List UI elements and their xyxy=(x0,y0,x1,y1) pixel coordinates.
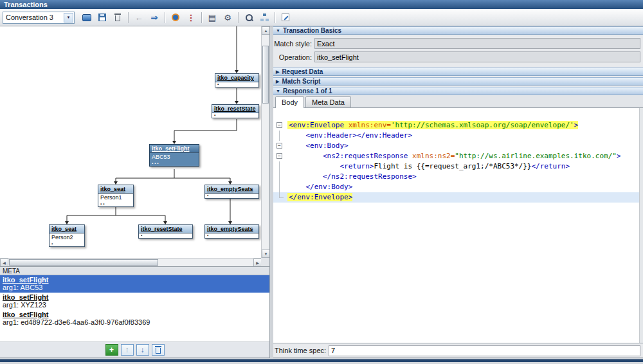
layers-button[interactable]: ▤ xyxy=(205,11,219,24)
node-dots: ▪▪ xyxy=(98,202,133,206)
graph-horizontal-scrollbar[interactable]: ◀ ▶ xyxy=(0,258,262,266)
section-transaction-basics[interactable]: ▼ Transaction Basics xyxy=(273,26,643,35)
transaction-detail-panel: ▼ Transaction Basics Match style: Operat… xyxy=(273,26,643,358)
gear-icon: ⚙ xyxy=(224,13,231,23)
toolbar-separator xyxy=(128,12,129,23)
diagram-node-resetstate2[interactable]: itko_resetState ▪ xyxy=(138,224,193,239)
forward-button[interactable]: ⇒ xyxy=(147,11,161,24)
code-text: </env:Envelope> xyxy=(287,193,352,201)
back-arrow-icon: ← xyxy=(135,13,143,23)
section-title: Match Script xyxy=(282,78,320,85)
match-style-row: Match style: xyxy=(273,37,643,50)
window-title: Transactions xyxy=(4,1,48,8)
meta-toolbar: + ↑ ↓ xyxy=(0,341,269,358)
node-dots: ▪ xyxy=(139,233,192,238)
diagram-node-seat2[interactable]: itko_seat Person2 ▪ xyxy=(49,224,85,247)
graph-connectors xyxy=(0,26,262,258)
conversation-select-value: Conversation 3 xyxy=(6,14,53,21)
fold-toggle-icon[interactable]: − xyxy=(273,151,287,161)
delete-button[interactable] xyxy=(111,11,125,24)
code-line[interactable]: − <env:Body> xyxy=(273,141,643,151)
scroll-left-icon[interactable]: ◀ xyxy=(0,259,8,266)
think-time-label: Think time spec: xyxy=(275,347,329,354)
transaction-list-item[interactable]: itko_setFlight arg1: ed489722-d3e6-4aa6-… xyxy=(0,310,269,327)
monitor-button[interactable] xyxy=(80,11,94,24)
tab-body[interactable]: Body xyxy=(275,96,304,108)
diagram-node-resetstate[interactable]: itko_resetState ▪ xyxy=(212,104,259,118)
meta-title: META xyxy=(3,268,20,275)
collapsed-triangle-icon: ▶ xyxy=(276,69,279,75)
conversation-select[interactable]: Conversation 3 ▼ xyxy=(3,12,75,24)
compose-button[interactable] xyxy=(278,11,293,24)
trash-icon xyxy=(155,346,161,354)
history-icon xyxy=(172,14,179,21)
transaction-name: itko_setFlight xyxy=(3,311,267,318)
trash-icon xyxy=(114,14,121,21)
code-line[interactable]: <env:Header></env:Header> xyxy=(273,131,643,141)
code-line[interactable]: −<env:Envelope xmlns:env='http://schemas… xyxy=(273,120,643,131)
code-line[interactable]: − <ns2:requestResponse xmlns:ns2="http:/… xyxy=(273,151,643,161)
operation-label: Operation: xyxy=(273,53,314,61)
add-transaction-button[interactable]: + xyxy=(105,344,118,356)
delete-transaction-button[interactable] xyxy=(152,344,165,356)
graph-vertical-scrollbar[interactable]: ▲ ▼ xyxy=(261,26,269,258)
node-title: itko_resetState xyxy=(139,225,192,233)
editor-scrollbar[interactable] xyxy=(639,108,643,343)
basics-fields: Match style: Operation: xyxy=(273,35,643,66)
operation-field[interactable] xyxy=(314,51,640,62)
transaction-name: itko_setFlight xyxy=(3,293,267,301)
chevron-down-icon[interactable]: ▼ xyxy=(64,13,73,23)
section-match-script[interactable]: ▶ Match Script xyxy=(273,77,643,86)
down-arrow-icon: ↓ xyxy=(141,345,145,354)
node-dots: ▪ xyxy=(212,113,258,118)
code-text: </ns2:requestResponse> xyxy=(287,172,417,181)
transaction-list-item[interactable]: itko_setFlight arg1: ABC53 xyxy=(0,275,269,293)
breakpoints-icon: ⋮ xyxy=(187,13,195,23)
gutter-cell xyxy=(273,131,287,141)
code-line[interactable]: </env:Body> xyxy=(273,182,643,192)
toolbar-separator xyxy=(201,12,202,23)
search-button[interactable] xyxy=(242,11,256,24)
tree-view-icon xyxy=(260,14,269,21)
section-request-data[interactable]: ▶ Request Data xyxy=(273,68,643,76)
tree-view-button[interactable] xyxy=(257,11,271,24)
transaction-arg: arg1: ABC53 xyxy=(3,284,267,291)
horizontal-scroll-thumb[interactable] xyxy=(9,259,158,266)
match-style-label: Match style: xyxy=(273,40,314,48)
section-response[interactable]: ▼ Response 1 of 1 xyxy=(273,87,643,95)
code-text: <env:Header></env:Header> xyxy=(287,131,412,140)
diagram-node-seat1[interactable]: itko_seat Person1 ▪▪ xyxy=(98,185,134,207)
settings-button[interactable]: ⚙ xyxy=(221,11,235,24)
scroll-up-icon[interactable]: ▲ xyxy=(262,26,270,35)
response-body-editor[interactable]: −<env:Envelope xmlns:env='http://schemas… xyxy=(273,108,643,343)
move-down-button[interactable]: ↓ xyxy=(136,344,149,356)
breakpoints-button[interactable]: ⋮ xyxy=(184,11,198,24)
node-title: itko_emptySeats xyxy=(205,225,258,233)
fold-toggle-icon[interactable]: − xyxy=(273,120,287,131)
transaction-list-item[interactable]: itko_setFlight arg1: XYZ123 xyxy=(0,293,269,310)
gutter-cell xyxy=(273,192,287,203)
vertical-scroll-thumb[interactable] xyxy=(262,46,269,104)
back-button[interactable]: ← xyxy=(132,11,146,24)
diagram-node-emptyseats2[interactable]: itko_emptySeats ▪ xyxy=(204,224,259,239)
match-style-field[interactable] xyxy=(314,38,640,49)
fold-toggle-icon[interactable]: − xyxy=(273,141,287,151)
diagram-node-emptyseats1[interactable]: itko_emptySeats ▪ xyxy=(204,185,259,199)
code-line[interactable]: </env:Envelope> xyxy=(273,192,643,203)
history-button[interactable] xyxy=(168,11,183,24)
move-up-button[interactable]: ↑ xyxy=(121,344,134,356)
save-button[interactable] xyxy=(95,11,109,24)
tab-meta-data[interactable]: Meta Data xyxy=(305,96,351,107)
code-text: </env:Body> xyxy=(287,183,352,191)
node-title: itko_seat xyxy=(50,225,84,233)
diagram-node-capacity[interactable]: itko_capacity ▪ xyxy=(215,73,259,87)
think-time-input[interactable] xyxy=(329,345,640,356)
diagram-node-setflight-selected[interactable]: itko_setFlight ABC53 ▪▪▪ xyxy=(149,144,199,167)
gutter-cell xyxy=(273,182,287,192)
code-line[interactable]: <return>Flight is {{=request_arg1;/*ABC5… xyxy=(273,161,643,172)
node-dots: ▪ xyxy=(205,194,258,198)
scroll-down-icon[interactable]: ▼ xyxy=(262,250,270,258)
node-dots: ▪ xyxy=(215,82,258,87)
transaction-arg: arg1: XYZ123 xyxy=(3,301,267,309)
code-line[interactable]: </ns2:requestResponse> xyxy=(273,172,643,182)
